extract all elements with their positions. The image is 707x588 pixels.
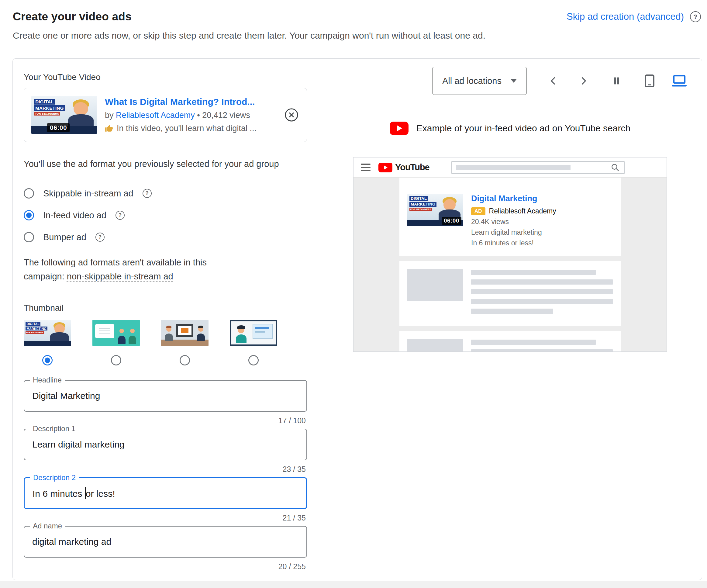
thumb-text-line3: FOR BEGINNERS: [26, 331, 44, 334]
value-after-caret: or less!: [86, 489, 115, 499]
video-thumbnail: DIGITAL MARKETING FOR BEGINNERS 06:00: [31, 96, 97, 134]
close-circle-icon: [284, 108, 299, 122]
youtube-logo: YouTube: [378, 162, 430, 172]
placeholder-thumbnail: [407, 339, 463, 352]
thumb-text-line1: DIGITAL: [26, 322, 40, 326]
ad-name-field[interactable]: Ad name digital marketing ad: [24, 526, 307, 558]
video-views: 20,412 views: [202, 111, 250, 120]
chevron-down-icon: [511, 79, 517, 83]
ad-format-intro: You'll use the ad format you previously …: [24, 159, 307, 169]
mobile-icon: [643, 74, 655, 88]
ad-text-fields: Headline Digital Marketing 17 / 100 Desc…: [24, 380, 307, 571]
mobile-preview-button[interactable]: [636, 67, 663, 94]
thumbnail-option-2[interactable]: [92, 320, 140, 365]
radio-button-unselected[interactable]: [24, 188, 34, 199]
ad-name-counter: 20 / 255: [278, 562, 306, 571]
ad-locations-dropdown-value: All ad locations: [442, 76, 502, 86]
thumbs-up-icon: [105, 124, 113, 133]
thumbnail-image-digital-marketing[interactable]: DIGITAL MARKETING FOR BEGINNERS: [24, 320, 71, 346]
thumbnail-radio-3[interactable]: [180, 355, 190, 365]
thumbnail-option-3[interactable]: [161, 320, 208, 365]
radio-button-selected[interactable]: [24, 210, 34, 221]
menu-icon: [361, 164, 371, 171]
help-icon[interactable]: ?: [95, 233, 105, 242]
pause-preview-button[interactable]: [603, 67, 630, 94]
video-duration-badge: 06:00: [47, 123, 70, 132]
mockup-header: YouTube: [354, 158, 667, 177]
thumbnail-radio-2[interactable]: [111, 355, 121, 365]
help-icon[interactable]: ?: [142, 189, 152, 198]
help-icon[interactable]: ?: [690, 11, 701, 22]
ad-preview-meta: Digital Marketing AD Reliablesoft Academ…: [471, 194, 613, 247]
chevron-right-icon: [578, 76, 588, 86]
description-2-field-label: Description 2: [30, 473, 79, 482]
mockup-body: DIGITAL MARKETING FOR BEGINNERS 06:00 Di…: [354, 177, 667, 352]
radio-button-unselected[interactable]: [24, 232, 34, 242]
radio-option-skippable-instream[interactable]: Skippable in-stream ad ?: [24, 183, 307, 204]
ad-preview-channel-row: AD Reliablesoft Academy: [471, 207, 613, 215]
thumbnail-radio-1-selected[interactable]: [42, 355, 53, 365]
channel-link[interactable]: Reliablesoft Academy: [116, 111, 195, 120]
remove-video-button[interactable]: [283, 107, 299, 123]
desktop-icon: [671, 74, 687, 88]
youtube-play-icon: [378, 163, 393, 172]
search-icon: [611, 163, 620, 172]
description-1-field[interactable]: Description 1 Learn digital marketing: [24, 429, 307, 460]
thumb-text-line1: DIGITAL: [409, 196, 428, 201]
headline-field-value: Digital Marketing: [32, 391, 100, 401]
thumbnail-options: DIGITAL MARKETING FOR BEGINNERS: [24, 320, 307, 365]
ad-preview-channel: Reliablesoft Academy: [489, 207, 556, 215]
ad-locations-dropdown[interactable]: All ad locations: [432, 67, 527, 95]
ad-preview-title: Digital Marketing: [471, 194, 613, 203]
previous-preview-button[interactable]: [540, 67, 567, 94]
radio-option-bumper[interactable]: Bumper ad ?: [24, 226, 307, 248]
ad-name-field-label: Ad name: [30, 522, 65, 530]
placeholder-result-2: [399, 331, 621, 352]
video-meta: What Is Digital Marketing? Introd... by …: [105, 96, 274, 133]
ad-preview-thumbnail: DIGITAL MARKETING FOR BEGINNERS 06:00: [407, 194, 463, 226]
page-bottom-strip: [0, 581, 707, 588]
unavailable-formats-note: The following ad formats aren't availabl…: [24, 255, 221, 283]
thumbnail-image-team-presentation[interactable]: [92, 320, 140, 346]
thumb-text-line2: MARKETING: [26, 327, 47, 331]
description-2-field[interactable]: Description 2 In 6 minutes or less!: [24, 477, 307, 509]
help-icon[interactable]: ?: [115, 211, 125, 220]
value-before-caret: In 6 minutes: [33, 489, 85, 499]
video-byline: by Reliablesoft Academy • 20,412 views: [105, 111, 274, 120]
page-title: Create your video ads: [13, 10, 132, 23]
preview-caption: Example of your in-feed video ad on YouT…: [326, 121, 695, 135]
thumb-text-line1: DIGITAL: [34, 99, 55, 105]
thumbnail-image-desk-computer[interactable]: [161, 320, 208, 346]
thumbnail-option-4[interactable]: [230, 320, 277, 365]
video-description-text: In this video, you'll learn what digital…: [117, 124, 257, 133]
radio-label: In-feed video ad: [43, 210, 106, 221]
ad-creation-card: Your YouTube Video DIGITAL MARKETING FOR…: [12, 58, 702, 580]
youtube-logo-text: YouTube: [395, 162, 430, 172]
mock-search-bar: [451, 161, 625, 174]
headline-field-label: Headline: [30, 376, 65, 384]
in-feed-ad-preview: DIGITAL MARKETING FOR BEGINNERS 06:00 Di…: [399, 177, 621, 256]
thumbnail-image-presenter-screen[interactable]: [230, 320, 277, 346]
non-skippable-instream-link[interactable]: non-skippable in-stream ad: [67, 271, 173, 281]
selected-video-card: DIGITAL MARKETING FOR BEGINNERS 06:00 Wh…: [24, 88, 307, 142]
radio-label: Bumper ad: [43, 232, 86, 242]
thumbnail-option-1[interactable]: DIGITAL MARKETING FOR BEGINNERS: [24, 320, 71, 365]
thumbnail-radio-4[interactable]: [248, 355, 259, 365]
search-placeholder-bar: [456, 165, 571, 170]
headline-counter: 17 / 100: [278, 416, 306, 425]
your-youtube-video-label: Your YouTube Video: [24, 72, 307, 83]
video-title-link[interactable]: What Is Digital Marketing? Introd...: [105, 97, 274, 107]
ad-format-radio-group: Skippable in-stream ad ? In-feed video a…: [24, 183, 307, 248]
ad-form-panel: Your YouTube Video DIGITAL MARKETING FOR…: [13, 59, 318, 580]
description-1-field-label: Description 1: [30, 424, 78, 433]
thumbnail-art-text: DIGITAL MARKETING FOR BEGINNERS: [34, 99, 65, 116]
radio-option-in-feed-video[interactable]: In-feed video ad ?: [24, 204, 307, 226]
desktop-preview-button[interactable]: [666, 67, 693, 94]
skip-ad-creation-link[interactable]: Skip ad creation (advanced): [567, 11, 684, 22]
headline-field[interactable]: Headline Digital Marketing: [24, 380, 307, 412]
next-preview-button[interactable]: [570, 67, 597, 94]
byline-prefix: by: [105, 111, 114, 120]
ad-preview-views: 20.4K views: [471, 218, 613, 226]
thumb-text-line3: FOR BEGINNERS: [34, 112, 60, 116]
ad-preview-description-2: In 6 minutes or less!: [471, 239, 613, 247]
